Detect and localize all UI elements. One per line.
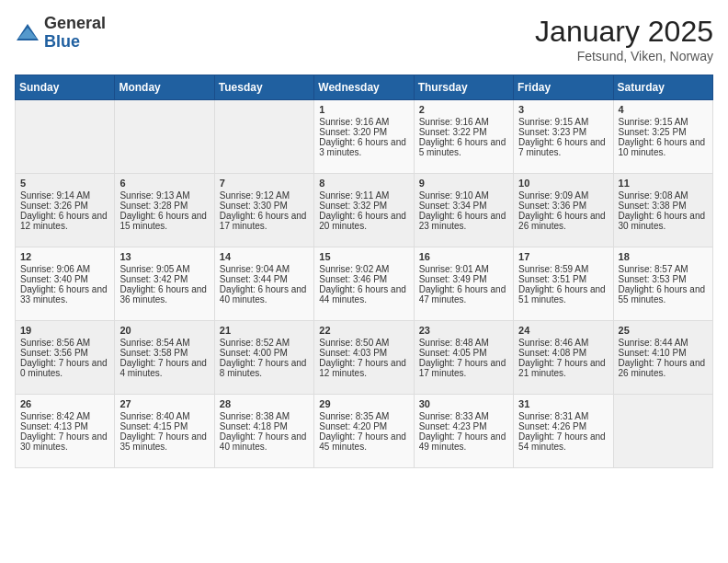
sunrise-text: Sunrise: 9:11 AM [319, 190, 408, 201]
sunset-text: Sunset: 3:44 PM [220, 274, 309, 284]
calendar-week-3: 12Sunrise: 9:06 AMSunset: 3:40 PMDayligh… [16, 247, 713, 321]
sunset-text: Sunset: 3:28 PM [119, 201, 209, 211]
calendar-cell [214, 100, 313, 174]
svg-marker-1 [18, 28, 37, 39]
sunset-text: Sunset: 4:13 PM [20, 421, 109, 431]
calendar-cell: 31Sunrise: 8:31 AMSunset: 4:26 PMDayligh… [514, 395, 613, 468]
calendar-week-4: 19Sunrise: 8:56 AMSunset: 3:56 PMDayligh… [16, 321, 713, 395]
day-number: 22 [319, 325, 408, 336]
weekday-header-monday: Monday [115, 75, 214, 100]
day-number: 16 [419, 251, 508, 262]
sunset-text: Sunset: 3:53 PM [619, 274, 708, 284]
sunrise-text: Sunrise: 9:16 AM [319, 117, 408, 127]
day-number: 19 [20, 325, 109, 336]
weekday-header-friday: Friday [514, 75, 613, 100]
daylight-text: Daylight: 6 hours and 30 minutes. [619, 211, 708, 231]
sunrise-text: Sunrise: 8:54 AM [119, 338, 209, 348]
sunset-text: Sunset: 3:49 PM [419, 274, 508, 284]
sunrise-text: Sunrise: 8:35 AM [319, 411, 408, 421]
daylight-text: Daylight: 7 hours and 54 minutes. [518, 431, 608, 452]
day-number: 14 [220, 251, 309, 262]
day-number: 11 [619, 178, 708, 189]
sunset-text: Sunset: 3:36 PM [518, 201, 608, 211]
daylight-text: Daylight: 6 hours and 15 minutes. [119, 211, 209, 231]
page-header: General Blue January 2025 Fetsund, Viken… [15, 15, 713, 63]
sunset-text: Sunset: 4:26 PM [518, 421, 608, 431]
day-number: 21 [220, 325, 309, 336]
daylight-text: Daylight: 7 hours and 49 minutes. [419, 431, 508, 452]
sunrise-text: Sunrise: 9:01 AM [419, 264, 508, 274]
daylight-text: Daylight: 6 hours and 3 minutes. [319, 137, 408, 157]
sunset-text: Sunset: 3:23 PM [518, 127, 608, 137]
day-number: 18 [619, 251, 708, 262]
weekday-header-tuesday: Tuesday [214, 75, 313, 100]
sunset-text: Sunset: 4:00 PM [220, 348, 309, 358]
day-number: 1 [319, 104, 408, 115]
sunset-text: Sunset: 4:08 PM [518, 348, 608, 358]
sunset-text: Sunset: 3:40 PM [20, 274, 109, 284]
day-number: 3 [518, 104, 608, 115]
sunrise-text: Sunrise: 8:56 AM [20, 338, 109, 348]
title-location: Fetsund, Viken, Norway [535, 49, 713, 63]
sunset-text: Sunset: 3:46 PM [319, 274, 408, 284]
daylight-text: Daylight: 6 hours and 10 minutes. [619, 137, 708, 157]
sunset-text: Sunset: 3:38 PM [619, 201, 708, 211]
calendar-cell [16, 100, 115, 174]
daylight-text: Daylight: 6 hours and 51 minutes. [518, 284, 608, 304]
calendar-cell: 6Sunrise: 9:13 AMSunset: 3:28 PMDaylight… [115, 174, 214, 247]
day-number: 15 [319, 251, 408, 262]
calendar-cell: 25Sunrise: 8:44 AMSunset: 4:10 PMDayligh… [613, 321, 712, 395]
day-number: 23 [419, 325, 508, 336]
weekday-header-saturday: Saturday [613, 75, 712, 100]
daylight-text: Daylight: 7 hours and 26 minutes. [619, 358, 708, 378]
daylight-text: Daylight: 7 hours and 21 minutes. [518, 358, 608, 378]
sunset-text: Sunset: 3:30 PM [220, 201, 309, 211]
sunset-text: Sunset: 3:58 PM [119, 348, 209, 358]
sunset-text: Sunset: 4:03 PM [319, 348, 408, 358]
calendar-cell: 5Sunrise: 9:14 AMSunset: 3:26 PMDaylight… [16, 174, 115, 247]
sunset-text: Sunset: 4:05 PM [419, 348, 508, 358]
daylight-text: Daylight: 6 hours and 40 minutes. [220, 284, 309, 304]
sunrise-text: Sunrise: 8:59 AM [518, 264, 608, 274]
daylight-text: Daylight: 7 hours and 40 minutes. [220, 431, 309, 452]
sunrise-text: Sunrise: 8:46 AM [518, 338, 608, 348]
sunrise-text: Sunrise: 8:44 AM [619, 338, 708, 348]
calendar-cell: 16Sunrise: 9:01 AMSunset: 3:49 PMDayligh… [414, 247, 513, 321]
daylight-text: Daylight: 6 hours and 23 minutes. [419, 211, 508, 231]
calendar-cell [115, 100, 214, 174]
title-month: January 2025 [535, 15, 713, 49]
daylight-text: Daylight: 7 hours and 17 minutes. [419, 358, 508, 378]
daylight-text: Daylight: 7 hours and 4 minutes. [119, 358, 209, 378]
day-number: 8 [319, 178, 408, 189]
day-number: 7 [220, 178, 309, 189]
sunset-text: Sunset: 3:25 PM [619, 127, 708, 137]
calendar-cell: 24Sunrise: 8:46 AMSunset: 4:08 PMDayligh… [514, 321, 613, 395]
logo-text: General Blue [44, 15, 106, 52]
sunrise-text: Sunrise: 8:31 AM [518, 411, 608, 421]
weekday-header-wednesday: Wednesday [314, 75, 414, 100]
sunset-text: Sunset: 4:15 PM [119, 421, 209, 431]
day-number: 20 [119, 325, 209, 336]
sunset-text: Sunset: 3:22 PM [419, 127, 508, 137]
sunrise-text: Sunrise: 9:14 AM [20, 190, 109, 201]
daylight-text: Daylight: 6 hours and 7 minutes. [518, 137, 608, 157]
daylight-text: Daylight: 6 hours and 44 minutes. [319, 284, 408, 304]
daylight-text: Daylight: 7 hours and 35 minutes. [119, 431, 209, 452]
sunset-text: Sunset: 3:56 PM [20, 348, 109, 358]
sunrise-text: Sunrise: 9:12 AM [220, 190, 309, 201]
calendar-cell: 19Sunrise: 8:56 AMSunset: 3:56 PMDayligh… [16, 321, 115, 395]
calendar-cell: 3Sunrise: 9:15 AMSunset: 3:23 PMDaylight… [514, 100, 613, 174]
weekday-header-row: SundayMondayTuesdayWednesdayThursdayFrid… [16, 75, 713, 100]
weekday-header-sunday: Sunday [16, 75, 115, 100]
calendar-cell: 30Sunrise: 8:33 AMSunset: 4:23 PMDayligh… [414, 395, 513, 468]
calendar-cell: 2Sunrise: 9:16 AMSunset: 3:22 PMDaylight… [414, 100, 513, 174]
sunrise-text: Sunrise: 8:50 AM [319, 338, 408, 348]
sunrise-text: Sunrise: 9:05 AM [119, 264, 209, 274]
daylight-text: Daylight: 6 hours and 20 minutes. [319, 211, 408, 231]
sunset-text: Sunset: 3:34 PM [419, 201, 508, 211]
calendar-cell: 7Sunrise: 9:12 AMSunset: 3:30 PMDaylight… [214, 174, 313, 247]
logo-general: General [44, 15, 106, 33]
sunrise-text: Sunrise: 8:33 AM [419, 411, 508, 421]
daylight-text: Daylight: 6 hours and 55 minutes. [619, 284, 708, 304]
sunset-text: Sunset: 4:10 PM [619, 348, 708, 358]
